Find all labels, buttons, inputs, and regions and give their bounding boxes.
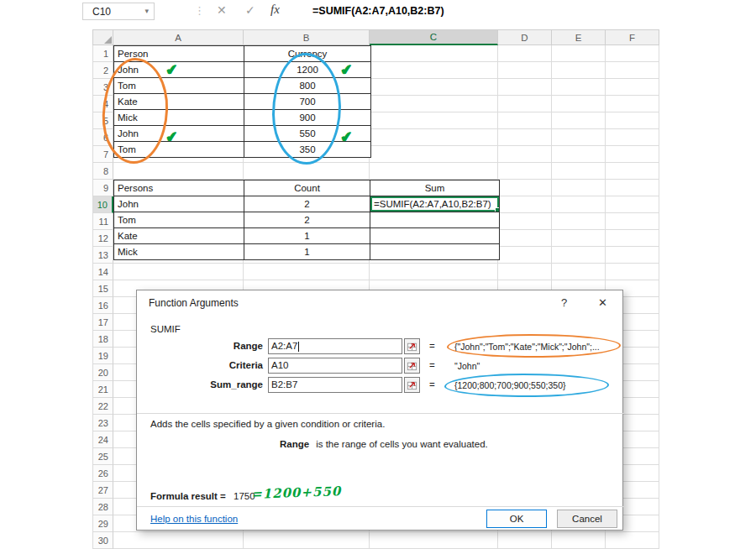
people-table: PersonCurrency John1200 Tom800 Kate700 M… [113,45,371,158]
col-header-a[interactable]: A [113,29,244,45]
row-header-21[interactable]: 21 [92,381,113,398]
row-header-27[interactable]: 27 [92,482,113,499]
row-header-6[interactable]: 6 [92,129,113,146]
criteria-input[interactable]: A10 [268,358,402,374]
cell-B3[interactable]: 800 [244,78,371,94]
cell-A6[interactable]: John [114,126,244,142]
range-selector-button[interactable] [404,338,420,354]
equals-sign: = [429,379,435,390]
row-header-15[interactable]: 15 [92,280,113,297]
row-header-3[interactable]: 3 [92,79,113,96]
row-header-19[interactable]: 19 [92,348,113,364]
row-header-1[interactable]: 1 [92,45,113,62]
row-header-20[interactable]: 20 [92,364,113,381]
range-selector-icon [407,379,417,390]
range-selector-button[interactable] [404,377,420,393]
range-selector-icon [407,360,417,371]
cell-A12[interactable]: Kate [114,228,244,244]
row-header-17[interactable]: 17 [92,314,113,331]
name-box[interactable]: C10 ▾ [82,3,155,20]
sumrange-input[interactable]: B2:B7 [268,377,402,393]
cell-A4[interactable]: Kate [114,94,244,110]
row-header-4[interactable]: 4 [92,96,113,112]
cell-A13[interactable]: Mick [114,244,244,260]
cell-B10[interactable]: 2 [244,196,370,212]
cell-C11[interactable] [370,212,500,228]
close-icon[interactable]: ✕ [598,296,607,309]
formula-result-line: Formula result = 1750 [150,491,255,501]
cell-C12[interactable] [370,228,500,244]
cell-C9[interactable]: Sum [370,180,500,196]
row-header-26[interactable]: 26 [92,465,113,482]
cell-C13[interactable] [370,244,500,260]
criteria-input-value: A10 [271,360,288,370]
field-row-range: Range A2:A7 = {"John";"Tom";"Kate";"Mick… [137,338,622,355]
formula-bar-separator-icon: ⋮ [194,4,205,17]
equals-sign: = [429,341,435,351]
row-header-30[interactable]: 30 [92,532,113,549]
cell-A1[interactable]: Person [114,46,244,62]
function-name: SUMIF [150,324,181,334]
insert-function-icon[interactable]: fx [270,3,280,17]
row-header-10[interactable]: 10 [92,196,113,213]
cell-B9[interactable]: Count [244,180,370,196]
col-header-e[interactable]: E [552,29,606,45]
row-header-13[interactable]: 13 [92,247,113,264]
cell-A2[interactable]: John [114,62,244,78]
col-header-b[interactable]: B [244,29,370,45]
divider [137,413,624,414]
chevron-down-icon[interactable]: ▾ [144,7,149,15]
cell-A3[interactable]: Tom [114,78,244,94]
row-header-2[interactable]: 2 [92,62,113,79]
cell-B4[interactable]: 700 [244,94,371,110]
range-input[interactable]: A2:A7 [268,338,402,354]
row-header-8[interactable]: 8 [92,163,113,180]
enter-entry-icon[interactable]: ✓ [245,3,255,17]
row-header-29[interactable]: 29 [92,515,113,532]
check-mark-icon: ✔ [165,128,178,146]
row-header-5[interactable]: 5 [92,112,113,129]
select-all-corner[interactable] [92,29,113,45]
row-header-23[interactable]: 23 [92,415,113,431]
cell-B13[interactable]: 1 [244,244,370,260]
gridline [659,45,659,549]
check-mark-icon: ✔ [165,60,178,79]
row-header-25[interactable]: 25 [92,448,113,465]
formula-input[interactable]: =SUMIF(A2:A7,A10,B2:B7) [312,5,444,17]
row-header-24[interactable]: 24 [92,431,113,448]
range-selector-button[interactable] [404,358,420,374]
cell-A9[interactable]: Persons [114,180,244,196]
text-cursor [298,342,299,352]
help-link[interactable]: Help on this function [150,514,238,524]
cell-B12[interactable]: 1 [244,228,370,244]
col-header-f[interactable]: F [606,29,659,45]
row-header-11[interactable]: 11 [92,213,113,230]
check-mark-icon: ✔ [339,60,353,79]
equals-sign: = [429,360,435,370]
dialog-help-icon[interactable]: ? [561,296,567,309]
row-header-12[interactable]: 12 [92,230,113,247]
cancel-entry-icon[interactable]: ✕ [217,3,227,17]
row-header-18[interactable]: 18 [92,331,113,348]
cell-A10[interactable]: John [114,196,244,212]
row-header-22[interactable]: 22 [92,398,113,415]
row-header-16[interactable]: 16 [92,297,113,314]
row-header-14[interactable]: 14 [92,264,113,280]
cell-A7[interactable]: Tom [114,142,244,158]
ok-button[interactable]: OK [486,510,547,528]
cell-B11[interactable]: 2 [244,212,370,228]
row-header-7[interactable]: 7 [92,146,113,163]
cell-A11[interactable]: Tom [114,212,244,228]
col-header-d[interactable]: D [498,29,552,45]
cell-A5[interactable]: Mick [114,110,244,126]
col-header-c[interactable]: C [370,29,498,45]
cancel-button[interactable]: Cancel [557,510,617,528]
check-mark-icon: ✔ [339,128,353,146]
row-header-28[interactable]: 28 [92,499,113,515]
cell-B1[interactable]: Currency [244,46,371,62]
row-header-9[interactable]: 9 [92,180,113,196]
cell-B5[interactable]: 900 [244,110,371,126]
criteria-label: Criteria [137,360,263,370]
cell-C10-active[interactable]: =SUMIF(A2:A7,A10,B2:B7) [370,196,500,212]
field-row-sumrange: Sum_range B2:B7 = {1200;800;700;900;550;… [137,377,622,394]
